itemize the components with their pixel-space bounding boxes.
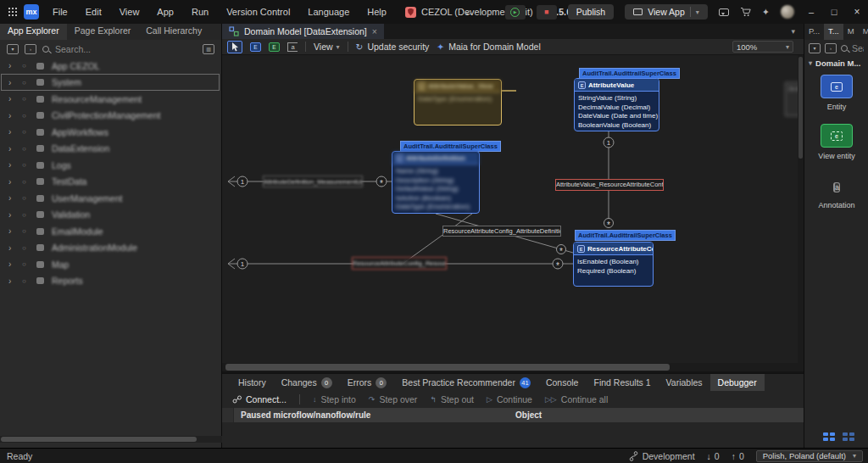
maia-sparkle-icon[interactable]: ✦ [762, 7, 770, 18]
tab-properties[interactable]: P... [804, 24, 824, 40]
grid-view-icon[interactable] [843, 432, 855, 443]
menu-item[interactable]: Run [192, 7, 209, 17]
tree-row[interactable]: › ○ App CEZOL [0, 58, 222, 75]
step-into-button[interactable]: ↓Step into [313, 394, 356, 404]
tree-row[interactable]: › ○ AppWorkflows [0, 124, 222, 141]
publish-button[interactable]: Publish [568, 4, 614, 20]
menu-item[interactable]: Version Control [226, 7, 290, 17]
expand-chevron-icon[interactable]: › [8, 276, 14, 286]
maia-domain-model-button[interactable]: ✦ Maia for Domain Model [437, 42, 540, 52]
expand-chevron-icon[interactable]: › [8, 160, 14, 170]
run-button[interactable]: ▶ [505, 5, 526, 20]
scrollbar-thumb[interactable] [798, 57, 803, 159]
tab-domain-model[interactable]: Domain Model [DataExtension] × [222, 24, 384, 39]
entity-attributevalue[interactable]: EAttributeValue StringValue (String)Deci… [574, 78, 659, 131]
expand-chevron-icon[interactable]: › [8, 226, 14, 236]
annotation-box[interactable]: Za kt rr [785, 82, 798, 116]
add-annotation-button[interactable]: a [287, 42, 298, 52]
update-security-button[interactable]: ↻ Update security [356, 42, 430, 52]
expand-chevron-icon[interactable]: › [8, 177, 14, 187]
tree-row[interactable]: › ○ TestData [0, 174, 222, 191]
menu-item[interactable]: Language [308, 7, 349, 17]
debugger-table-body[interactable] [222, 422, 804, 449]
select-tool-button[interactable] [227, 41, 242, 53]
step-over-button[interactable]: ↷Step over [369, 394, 418, 404]
add-entity-button[interactable]: E [250, 42, 261, 52]
association-label-rac-resource[interactable]: ResourceAttributeConfig_Resource [352, 257, 447, 270]
app-grid-icon[interactable] [8, 8, 10, 9]
entity-resourceattributeconfig[interactable]: EResourceAttributeConf... IsEnabled (Boo… [573, 242, 654, 287]
panel-options-icon[interactable]: ▥ [203, 44, 214, 54]
domain-model-canvas[interactable]: 1 * 1 * * 1 * AttributeDefinition_Measur… [222, 55, 798, 363]
expand-chevron-icon[interactable]: › [8, 243, 14, 253]
menu-item[interactable]: Edit [86, 7, 102, 17]
expand-chevron-icon[interactable]: › [8, 144, 14, 153]
association-label-rac-attributedefinition[interactable]: ResourceAttributeConfig_AttributeDefinit… [442, 226, 561, 237]
expand-chevron-icon[interactable]: › [8, 61, 14, 70]
close-tab-icon[interactable]: × [372, 26, 377, 36]
scrollbar-thumb[interactable] [1, 437, 197, 442]
tab-variables[interactable]: Variables [659, 374, 710, 391]
association-label-attributevalue-rac[interactable]: AttributeValue_ResourceAttributeConfig [555, 179, 664, 191]
entity-attributedefinition[interactable]: EAttributeDefinition Name (String)Descri… [392, 151, 480, 214]
view-app-button[interactable]: View App ▾ [625, 4, 708, 20]
association-label-measurementunit[interactable]: AttributeDefinition_MeasurementUnit [263, 176, 363, 187]
tree-row[interactable]: › ○ Map [0, 256, 222, 273]
tree-row[interactable]: › ○ UserManagement [0, 190, 222, 207]
stop-button[interactable]: ■ [537, 5, 557, 20]
sidebar-horizontal-scrollbar[interactable] [0, 436, 222, 443]
tab-m1[interactable]: M [843, 24, 859, 40]
tree-row[interactable]: › ○ Reports [0, 273, 222, 290]
tree-row[interactable]: › ○ Validation [0, 207, 222, 224]
view-menu-button[interactable]: View ▾ [314, 42, 340, 52]
tree-row[interactable]: › ○ EmailModule [0, 223, 222, 240]
marketplace-cart-icon[interactable] [740, 7, 751, 17]
tab-call-hierarchy[interactable]: Call Hierarchy [138, 24, 209, 40]
tab-find-results[interactable]: Find Results 1 [586, 374, 658, 391]
outgoing-commits[interactable]: ↑ 0 [732, 451, 744, 461]
add-view-entity-button[interactable]: E [269, 42, 280, 52]
tab-app-explorer[interactable]: App Explorer [0, 24, 67, 40]
collapse-all-icon[interactable]: ▾ [809, 43, 821, 53]
expand-icon[interactable]: › [825, 43, 837, 53]
column-object[interactable]: Object [515, 410, 804, 420]
minimize-button[interactable]: – [805, 7, 817, 17]
step-out-button[interactable]: ↰Step out [430, 394, 474, 404]
expand-chevron-icon[interactable]: › [8, 193, 14, 203]
expand-chevron-icon[interactable]: › [8, 259, 14, 269]
tab-errors[interactable]: Errors0 [340, 374, 395, 391]
expand-chevron-icon[interactable]: › [8, 111, 14, 120]
dashboard-view-icon[interactable] [823, 432, 836, 443]
tree-row[interactable]: › ○ Logs [0, 157, 222, 174]
menu-item[interactable]: Help [367, 7, 387, 17]
scrollbar-thumb[interactable] [225, 364, 670, 371]
menu-item[interactable]: App [157, 7, 174, 17]
back-button[interactable]: ← [465, 7, 474, 17]
toolbox-item-view-entity[interactable]: e View entity [804, 124, 868, 160]
canvas-vertical-scrollbar[interactable] [798, 55, 804, 363]
superclass-label-resourceattributeconfig[interactable]: AuditTrail.AudittrailSuperClass [575, 230, 676, 241]
branch-selector[interactable]: Development [629, 451, 695, 461]
toolbox-item-annotation[interactable]: a Annotation [804, 178, 868, 209]
tree-row[interactable]: › ○ DataExtension [0, 141, 222, 158]
user-avatar[interactable] [781, 5, 794, 19]
close-window-button[interactable]: × [851, 6, 863, 18]
menu-item[interactable]: View [120, 7, 140, 17]
tab-debugger[interactable]: Debugger [710, 374, 765, 391]
feedback-icon[interactable] [719, 8, 729, 16]
collapse-all-icon[interactable]: ▾ [7, 44, 19, 54]
connect-button[interactable]: Connect... [232, 394, 287, 404]
menu-item[interactable]: File [53, 7, 68, 17]
toolbox-item-entity[interactable]: e Entity [804, 75, 868, 111]
tab-console[interactable]: Console [538, 374, 587, 391]
view-app-caret[interactable]: ▾ [696, 8, 699, 16]
tab-changes[interactable]: Changes0 [274, 374, 340, 391]
tab-list-caret[interactable]: ▾ [791, 27, 795, 36]
view-entity-attributevalue-view[interactable]: EAttributeValue_View DataType (Enumerati… [414, 79, 502, 126]
tab-history[interactable]: History [231, 374, 274, 391]
explorer-search-input[interactable] [55, 44, 197, 54]
tab-m2[interactable]: M... [859, 24, 868, 40]
forward-button[interactable]: → [485, 7, 494, 17]
zoom-level-select[interactable]: 100% ▾ [732, 41, 793, 53]
language-select[interactable]: Polish, Poland (default) ▾ [756, 450, 863, 462]
